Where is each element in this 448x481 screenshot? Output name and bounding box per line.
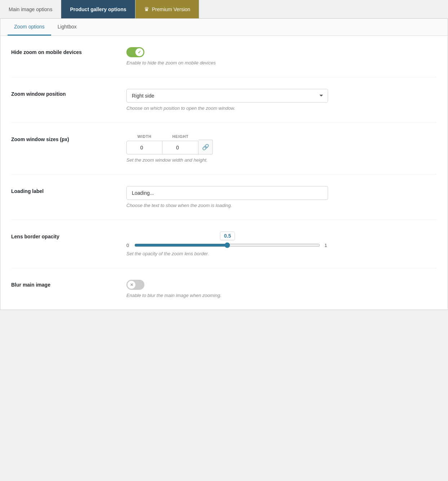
height-input[interactable]: [162, 141, 198, 154]
zoom-sizes-label: Zoom window sizes (px): [11, 134, 126, 142]
blur-image-label: Blur main image: [11, 280, 126, 288]
lens-opacity-slider[interactable]: [134, 242, 320, 248]
tab-premium[interactable]: ♛ Premium Version: [135, 0, 200, 18]
blur-image-toggle[interactable]: ✕: [126, 280, 144, 290]
loading-label-description: Choose the text to show when the zoom is…: [126, 203, 437, 208]
height-label: HEIGHT: [173, 134, 189, 139]
hide-zoom-description: Enable to hide the zoom on mobile device…: [126, 60, 437, 66]
link-dimensions-button[interactable]: 🔗: [198, 140, 213, 154]
width-group: WIDTH: [126, 134, 162, 154]
blur-toggle-knob: ✕: [127, 281, 135, 289]
slider-container: 0.5 0 1: [126, 231, 328, 248]
check-icon: ✓: [138, 50, 141, 55]
tab-lightbox[interactable]: Lightbox: [51, 19, 83, 36]
loading-label-input[interactable]: [126, 186, 328, 200]
lens-opacity-label: Lens border opacity: [11, 231, 126, 239]
settings-body: Hide zoom on mobile devices ✓ Enable to …: [0, 36, 448, 310]
hide-zoom-control: ✓ Enable to hide the zoom on mobile devi…: [126, 47, 437, 66]
zoom-position-select[interactable]: Right side Left side Inner Top Bottom: [126, 89, 328, 103]
slider-max-label: 1: [324, 243, 328, 248]
x-icon: ✕: [130, 283, 133, 287]
setting-row-lens-opacity: Lens border opacity 0.5 0 1 Set the opac…: [11, 220, 437, 268]
top-tab-bar: Main image options Product gallery optio…: [0, 0, 448, 19]
slider-min-label: 0: [126, 243, 130, 248]
zoom-sizes-control: WIDTH HEIGHT 🔗 Set the zoom window width…: [126, 134, 437, 163]
setting-row-zoom-position: Zoom window position Right side Left sid…: [11, 77, 437, 123]
tab-zoom-options[interactable]: Zoom options: [8, 19, 51, 36]
slider-track-wrapper: 0 1: [126, 242, 328, 248]
blur-toggle-slider: ✕: [126, 280, 144, 290]
loading-label-label: Loading label: [11, 186, 126, 194]
setting-row-zoom-sizes: Zoom window sizes (px) WIDTH HEIGHT 🔗: [11, 123, 437, 175]
height-group: HEIGHT: [162, 134, 198, 154]
tab-main-image[interactable]: Main image options: [0, 0, 61, 18]
width-input[interactable]: [126, 141, 162, 154]
hide-zoom-toggle[interactable]: ✓: [126, 47, 144, 57]
zoom-position-description: Choose on which position to open the zoo…: [126, 105, 437, 111]
zoom-position-control: Right side Left side Inner Top Bottom Ch…: [126, 89, 437, 111]
inner-tab-bar: Zoom options Lightbox: [0, 19, 448, 36]
hide-zoom-label: Hide zoom on mobile devices: [11, 47, 126, 55]
crown-icon: ♛: [144, 6, 149, 13]
toggle-slider: ✓: [126, 47, 144, 57]
setting-row-loading-label: Loading label Choose the text to show wh…: [11, 175, 437, 220]
slider-tooltip: 0.5: [220, 231, 235, 240]
lens-opacity-description: Set the opacity of the zoom lens border.: [126, 251, 437, 256]
tab-product-gallery[interactable]: Product gallery options: [61, 0, 135, 18]
lens-opacity-control: 0.5 0 1 Set the opacity of the zoom lens…: [126, 231, 437, 256]
toggle-knob: ✓: [135, 48, 143, 56]
zoom-position-label: Zoom window position: [11, 89, 126, 97]
width-label: WIDTH: [138, 134, 152, 139]
zoom-sizes-description: Set the zoom window width and height.: [126, 157, 437, 163]
content-area: Zoom options Lightbox Hide zoom on mobil…: [0, 19, 448, 310]
blur-image-control: ✕ Enable to blur the main image when zoo…: [126, 280, 437, 298]
link-icon: 🔗: [202, 144, 209, 150]
size-inputs-group: WIDTH HEIGHT 🔗: [126, 134, 437, 154]
loading-label-control: Choose the text to show when the zoom is…: [126, 186, 437, 208]
setting-row-hide-zoom: Hide zoom on mobile devices ✓ Enable to …: [11, 36, 437, 77]
setting-row-blur-image: Blur main image ✕ Enable to blur the mai…: [11, 268, 437, 310]
blur-image-description: Enable to blur the main image when zoomi…: [126, 293, 437, 298]
